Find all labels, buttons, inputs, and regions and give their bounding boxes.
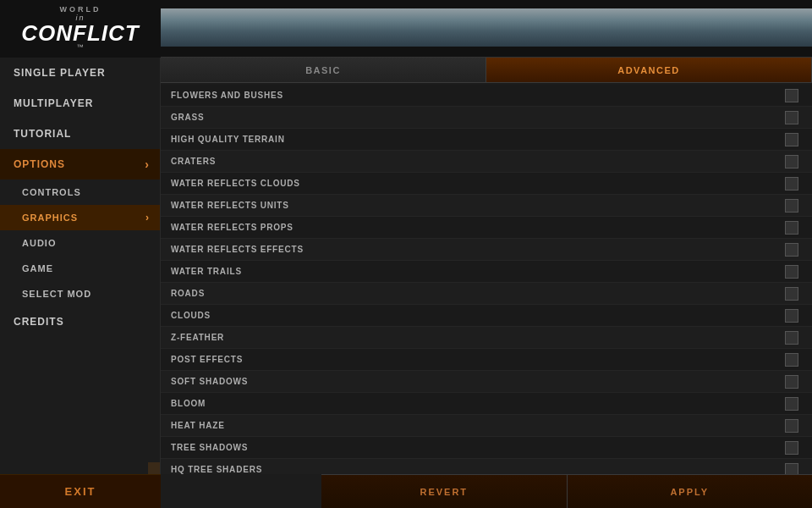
sidebar-item-multiplayer[interactable]: MULTIPLAYER [0, 88, 160, 119]
setting-checkbox-z-feather[interactable] [785, 331, 798, 345]
setting-checkbox-water-reflects-units[interactable] [785, 199, 798, 213]
setting-label-post-effects: POST EFFECTS [171, 355, 785, 364]
setting-row-hq-tree-shaders: HQ TREE SHADERS [161, 459, 812, 474]
sidebar-item-game[interactable]: GAME [0, 256, 160, 281]
setting-checkbox-flowers-bushes[interactable] [785, 89, 798, 102]
sidebar-item-credits[interactable]: CREDITS [0, 306, 160, 337]
setting-row-water-reflects-effects: WATER REFLECTS EFFECTS [161, 239, 812, 261]
setting-label-flowers-bushes: FLOWERS AND BUSHES [171, 91, 785, 100]
setting-label-roads: ROADS [171, 289, 785, 298]
setting-checkbox-roads[interactable] [785, 287, 798, 301]
setting-checkbox-water-reflects-effects[interactable] [785, 243, 798, 257]
sidebar-item-graphics[interactable]: GRAPHICS › [0, 205, 160, 230]
setting-row-craters: CRATERS [161, 151, 812, 173]
setting-checkbox-bloom[interactable] [785, 397, 798, 411]
setting-row-heat-haze: HEAT HAZE [161, 415, 812, 437]
sidebar-corner [148, 462, 160, 474]
setting-checkbox-water-reflects-props[interactable] [785, 221, 798, 235]
setting-row-tree-shadows: TREE SHADOWS [161, 437, 812, 459]
setting-label-water-reflects-effects: WATER REFLECTS EFFECTS [171, 245, 785, 254]
setting-checkbox-hq-tree-shaders[interactable] [785, 463, 798, 475]
setting-checkbox-tree-shadows[interactable] [785, 441, 798, 455]
sidebar-item-tutorial[interactable]: TUTORIAL [0, 119, 160, 149]
setting-checkbox-post-effects[interactable] [785, 353, 798, 367]
setting-row-grass: GRASS [161, 107, 812, 129]
setting-label-clouds: CLOUDS [171, 311, 785, 320]
options-arrow-icon: › [145, 157, 150, 171]
sidebar-item-controls[interactable]: CONTROLS [0, 179, 160, 205]
setting-label-hq-tree-shaders: HQ TREE SHADERS [171, 465, 785, 474]
main-content: BASIC ADVANCED FLOWERS AND BUSHESGRASSHI… [161, 58, 812, 508]
setting-label-z-feather: Z-FEATHER [171, 333, 785, 342]
logo-area: WORLD in CONFLICT ™ [0, 0, 161, 58]
setting-checkbox-soft-shadows[interactable] [785, 375, 798, 389]
setting-label-craters: CRATERS [171, 157, 785, 166]
setting-row-bloom: BLOOM [161, 393, 812, 415]
settings-panel: FLOWERS AND BUSHESGRASSHIGH QUALITY TERR… [161, 83, 812, 474]
setting-checkbox-grass[interactable] [785, 111, 798, 124]
tab-basic[interactable]: BASIC [161, 58, 486, 82]
sidebar-item-select-mod[interactable]: SELECT MOD [0, 281, 160, 306]
setting-checkbox-craters[interactable] [785, 155, 798, 168]
tab-advanced[interactable]: ADVANCED [486, 58, 812, 82]
bottom-bar: REVERT APPLY [321, 474, 812, 508]
setting-label-bloom: BLOOM [171, 399, 785, 408]
setting-checkbox-clouds[interactable] [785, 309, 798, 323]
setting-label-high-quality-terrain: HIGH QUALITY TERRAIN [171, 135, 785, 144]
logo-conflict: CONFLICT [21, 22, 139, 44]
setting-row-flowers-bushes: FLOWERS AND BUSHES [161, 85, 812, 107]
setting-label-heat-haze: HEAT HAZE [171, 421, 785, 430]
revert-button[interactable]: REVERT [321, 475, 568, 508]
setting-row-roads: ROADS [161, 283, 812, 305]
setting-row-water-reflects-clouds: WATER REFLECTS CLOUDS [161, 173, 812, 195]
setting-row-soft-shadows: SOFT SHADOWS [161, 371, 812, 393]
sidebar-item-options[interactable]: OPTIONS › [0, 149, 160, 179]
sidebar-item-single-player[interactable]: SINGLE PLAYER [0, 58, 160, 88]
setting-label-water-reflects-props: WATER REFLECTS PROPS [171, 223, 785, 232]
setting-row-z-feather: Z-FEATHER [161, 327, 812, 349]
setting-row-water-trails: WATER TRAILS [161, 261, 812, 283]
apply-button[interactable]: APPLY [568, 475, 813, 508]
setting-row-high-quality-terrain: HIGH QUALITY TERRAIN [161, 129, 812, 151]
setting-label-water-reflects-clouds: WATER REFLECTS CLOUDS [171, 179, 785, 188]
setting-checkbox-high-quality-terrain[interactable] [785, 133, 798, 146]
exit-button[interactable]: EXIT [0, 474, 161, 508]
setting-row-post-effects: POST EFFECTS [161, 349, 812, 371]
setting-label-soft-shadows: SOFT SHADOWS [171, 377, 785, 386]
graphics-arrow-icon: › [145, 212, 150, 224]
setting-label-grass: GRASS [171, 113, 785, 122]
setting-checkbox-water-reflects-clouds[interactable] [785, 177, 798, 190]
sidebar: SINGLE PLAYER MULTIPLAYER TUTORIAL OPTIO… [0, 58, 161, 508]
setting-checkbox-heat-haze[interactable] [785, 419, 798, 433]
sidebar-item-audio[interactable]: AUDIO [0, 230, 160, 256]
setting-label-water-trails: WATER TRAILS [171, 267, 785, 276]
light-strip [161, 8, 812, 47]
top-bar: WORLD in CONFLICT ™ [0, 0, 812, 58]
setting-row-water-reflects-units: WATER REFLECTS UNITS [161, 195, 812, 217]
setting-row-water-reflects-props: WATER REFLECTS PROPS [161, 217, 812, 239]
tab-bar: BASIC ADVANCED [161, 58, 812, 83]
setting-row-clouds: CLOUDS [161, 305, 812, 327]
setting-label-tree-shadows: TREE SHADOWS [171, 443, 785, 452]
setting-checkbox-water-trails[interactable] [785, 265, 798, 279]
settings-list: FLOWERS AND BUSHESGRASSHIGH QUALITY TERR… [161, 83, 812, 474]
setting-label-water-reflects-units: WATER REFLECTS UNITS [171, 201, 785, 210]
